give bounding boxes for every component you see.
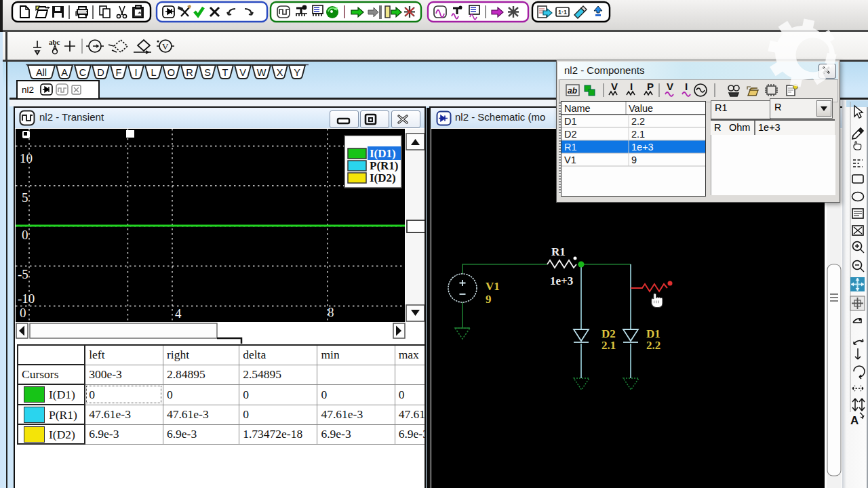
svg-text:R: R [186,67,193,78]
svg-text:Y: Y [294,67,300,78]
svg-text:I: I [630,81,633,92]
svg-text:0: 0 [22,228,28,242]
svg-text:ab: ab [568,86,577,96]
svg-text:S: S [204,67,211,78]
svg-text:1e+3: 1e+3 [631,142,654,152]
svg-text:5: 5 [22,190,28,205]
svg-text:nl2: nl2 [22,85,34,95]
svg-text:1·1: 1·1 [558,9,567,16]
svg-text:All: All [36,67,47,78]
svg-text:L: L [151,67,156,78]
svg-text:-5: -5 [18,267,28,281]
svg-text:8: 8 [328,305,334,319]
svg-text:D2: D2 [564,129,577,140]
svg-text:-10: -10 [18,291,35,306]
svg-text:4: 4 [175,306,182,321]
svg-text:2.2: 2.2 [646,339,660,352]
svg-text:R1: R1 [564,142,577,152]
svg-text:P(R1): P(R1) [370,159,398,172]
svg-text:10: 10 [20,151,33,165]
svg-text:Name: Name [564,103,591,114]
svg-text:9: 9 [486,293,492,306]
svg-text:V: V [667,81,673,92]
svg-text:A: A [850,414,859,427]
svg-text:A: A [61,67,68,78]
svg-text:D: D [97,67,104,78]
svg-text:I: I [685,81,688,92]
svg-text:abc: abc [49,38,60,46]
svg-text:V1: V1 [486,280,500,293]
svg-text:9: 9 [631,155,637,165]
svg-text:O: O [167,67,175,78]
svg-text:C: C [79,67,86,78]
svg-text:Value: Value [629,103,653,114]
svg-text:I: I [134,67,137,78]
svg-text:W: W [257,67,267,78]
svg-text:R1: R1 [551,245,566,258]
svg-text:V: V [611,81,618,92]
svg-text:I(D2): I(D2) [370,171,396,184]
svg-text:0: 0 [20,306,26,320]
svg-text:V1: V1 [564,155,576,165]
svg-text:I(D1): I(D1) [370,147,396,160]
svg-text:V: V [162,41,169,52]
svg-text:F: F [116,67,122,78]
svg-text:2.1: 2.1 [601,339,616,352]
svg-text:D1: D1 [564,116,577,127]
svg-text:P: P [647,81,654,92]
svg-text:1e+3: 1e+3 [550,274,573,287]
svg-text:2.1: 2.1 [631,129,645,140]
svg-text:T: T [222,67,229,78]
svg-text:X: X [277,67,283,78]
svg-text:V: V [239,67,246,78]
svg-text:2.2: 2.2 [631,116,645,127]
